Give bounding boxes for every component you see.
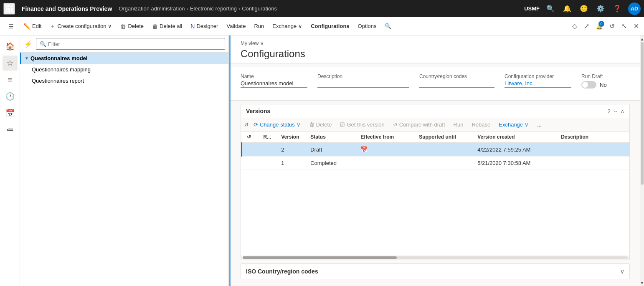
table-row[interactable]: 2 Draft 📅 4/22/2022 7:59:25 AM: [242, 143, 630, 157]
app-grid-button[interactable]: [3, 3, 15, 15]
breadcrumb-org-admin[interactable]: Organization administration: [119, 5, 185, 12]
options-button[interactable]: Options: [355, 21, 380, 31]
breadcrumb-configurations[interactable]: Configurations: [242, 5, 277, 12]
col-description-header: Description: [556, 132, 629, 143]
sidebar-home-button[interactable]: 🏠: [3, 39, 18, 54]
tree-item-questionnaires-model[interactable]: ▼ Questionnaires model: [20, 53, 228, 64]
chevron-down-icon: ∨: [525, 121, 529, 128]
iso-chevron-down-icon: ∨: [620, 268, 624, 275]
change-status-button[interactable]: ⟳ Change status ∨: [250, 120, 304, 129]
delete-button[interactable]: 🗑 Delete: [117, 21, 147, 31]
help-button[interactable]: ❓: [611, 3, 623, 14]
row1-version: 2: [276, 143, 305, 157]
tree-filter-button[interactable]: ⚡: [23, 39, 33, 49]
tree-content: ▼ Questionnaires model Questionnaires ma…: [20, 53, 228, 286]
configurations-tab[interactable]: Configurations: [307, 21, 352, 31]
sidebar-favorites-button[interactable]: ☆: [3, 56, 18, 71]
config-provider-value[interactable]: Litware, Inc.: [505, 80, 571, 88]
versions-exchange-button[interactable]: Exchange ∨: [495, 120, 532, 129]
settings-nav-button[interactable]: ⚙️: [595, 3, 606, 14]
delete-all-button[interactable]: 🗑 Delete all: [149, 21, 185, 31]
table-row[interactable]: 1 Completed 5/21/2020 7:30:58 AM: [242, 157, 630, 170]
validate-button[interactable]: Validate: [223, 21, 249, 31]
top-nav-right: USMF 🔍 🔔 🙂 ⚙️ ❓ AD: [524, 3, 641, 15]
toolbar-right: ◇ ⤢ 🔔 0 ↺ ⤡ ✕: [570, 20, 641, 32]
scroll-thumb[interactable]: [641, 42, 644, 185]
content-header: My view ∨ Configurations: [231, 35, 640, 63]
form-row-1: Name Questionnaires model Description Co…: [241, 73, 630, 89]
name-value[interactable]: Questionnaires model: [241, 80, 307, 88]
sidebar-filter-button[interactable]: ≡: [3, 72, 18, 87]
svg-rect-2: [11, 5, 13, 7]
right-scrollbar[interactable]: ▲ ▼: [640, 35, 644, 286]
row2-restore: [259, 157, 276, 170]
notifications-button[interactable]: 🔔: [561, 3, 573, 14]
rebase-button[interactable]: Rebase: [468, 120, 494, 129]
tree-item-questionnaires-mapping[interactable]: Questionnaires mapping: [20, 64, 228, 75]
diamond-icon-button[interactable]: ◇: [570, 20, 579, 32]
tree-panel: ⚡ 🔍 ▼ Questionnaires model Questionnaire…: [20, 35, 229, 286]
versions-title: Versions: [246, 108, 604, 114]
close-button[interactable]: ✕: [632, 20, 641, 32]
sidebar-recent-button[interactable]: 🕐: [3, 89, 18, 104]
search-nav-button[interactable]: 🔍: [545, 3, 556, 14]
collapse-sidebar-button[interactable]: ☰: [3, 19, 18, 34]
versions-collapse-button[interactable]: ∧: [621, 108, 624, 114]
horizontal-scrollbar[interactable]: [241, 256, 629, 260]
versions-run-button[interactable]: Run: [450, 120, 467, 129]
col-status-header: Status: [305, 132, 355, 143]
tree-item-questionnaires-report[interactable]: Questionnaires report: [20, 75, 228, 86]
sidebar-calendar-button[interactable]: 📅: [3, 106, 18, 121]
run-draft-label: Run Draft: [581, 73, 607, 79]
my-view-selector[interactable]: My view ∨: [241, 40, 630, 46]
scrollbar-track: [243, 256, 628, 259]
run-main-button[interactable]: Run: [251, 21, 267, 31]
badge-icon-button[interactable]: 🔔 0: [594, 21, 604, 32]
scroll-down-button[interactable]: ▼: [640, 279, 644, 286]
panel-resizer[interactable]: [229, 35, 231, 286]
designer-button[interactable]: N Designer: [187, 21, 221, 31]
scrollbar-thumb[interactable]: [243, 256, 397, 259]
create-configuration-button[interactable]: ＋ Create configuration ∨: [46, 21, 115, 32]
scroll-up-button[interactable]: ▲: [640, 35, 644, 42]
row1-refresh: [242, 143, 259, 157]
svg-rect-7: [8, 10, 10, 12]
sidebar-list-button[interactable]: ≔: [3, 122, 18, 137]
breadcrumb-electronic-reporting[interactable]: Electronic reporting: [190, 5, 237, 12]
versions-table: ↺ R... Version Status Effective from Sup…: [241, 132, 629, 256]
refresh-button[interactable]: ↺: [608, 20, 616, 32]
chevron-up-icon: ∧: [621, 108, 624, 114]
description-value[interactable]: [317, 80, 409, 88]
scroll-track: [640, 42, 644, 279]
search-toolbar-button[interactable]: 🔍: [381, 21, 395, 31]
row1-status: Draft: [305, 143, 355, 157]
expand-icon: ▼: [25, 56, 29, 61]
col-supported-header: Supported until: [414, 132, 472, 143]
svg-rect-8: [11, 10, 13, 12]
config-provider-label: Configuration provider: [505, 73, 571, 79]
calendar-icon[interactable]: 📅: [360, 146, 368, 153]
description-field: Description: [317, 73, 409, 89]
search-icon: 🔍: [40, 41, 46, 47]
content-inner: Name Questionnaires model Description Co…: [231, 63, 640, 286]
svg-rect-5: [11, 8, 13, 10]
svg-rect-4: [8, 8, 10, 10]
country-region-value[interactable]: [419, 80, 494, 88]
chevron-down-icon: ∨: [297, 121, 301, 128]
emoji-button[interactable]: 🙂: [578, 3, 590, 14]
exchange-main-button[interactable]: Exchange ∨: [269, 21, 306, 31]
versions-toolbar: ↺ ⟳ Change status ∨ 🗑 Delete ☑ Get this …: [241, 118, 629, 132]
open-new-button[interactable]: ⤡: [620, 20, 629, 32]
tree-search-input[interactable]: [48, 41, 221, 47]
expand-icon-button[interactable]: ⤢: [582, 20, 591, 32]
iso-header[interactable]: ISO Country/region codes ∨: [241, 264, 629, 279]
col-refresh: ↺: [242, 132, 259, 143]
compare-with-draft-button[interactable]: ↺ Compare with draft: [390, 120, 449, 129]
row1-restore: [259, 143, 276, 157]
get-this-version-button[interactable]: ☑ Get this version: [337, 120, 388, 129]
versions-more-button[interactable]: ...: [534, 120, 545, 129]
run-draft-toggle[interactable]: [581, 81, 596, 89]
versions-delete-button[interactable]: 🗑 Delete: [306, 120, 335, 129]
edit-button[interactable]: ✏️ Edit: [20, 21, 45, 31]
avatar[interactable]: AD: [628, 3, 641, 15]
